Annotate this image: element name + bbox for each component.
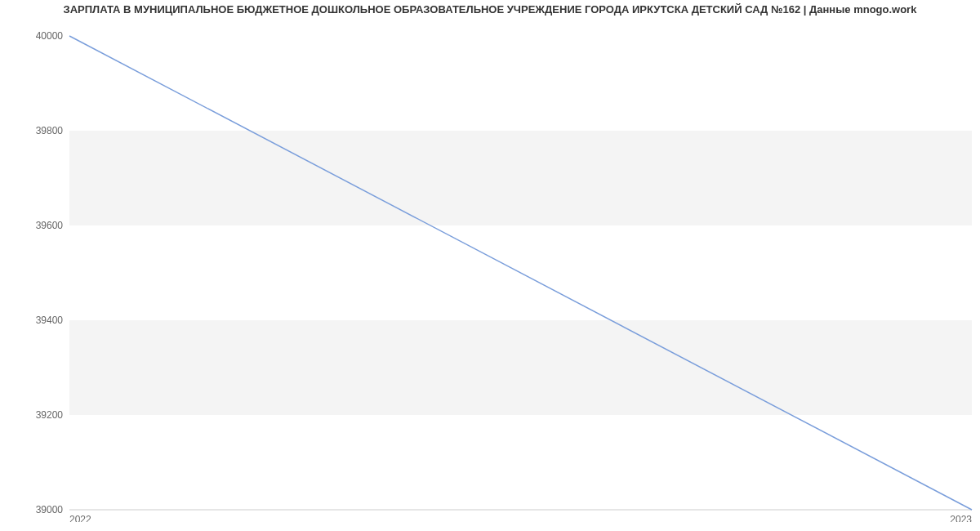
x-tick-label: 2023 — [950, 514, 972, 522]
y-tick-label: 39600 — [36, 220, 64, 231]
chart-area: 39000392003940039600398004000020222023 — [0, 16, 980, 522]
x-tick-label: 2022 — [69, 514, 91, 522]
plot-band — [69, 320, 972, 415]
y-tick-label: 40000 — [36, 30, 64, 42]
y-tick-label: 39400 — [36, 315, 64, 326]
series-line — [69, 36, 972, 510]
y-tick-label: 39200 — [36, 409, 64, 421]
chart-title: ЗАРПЛАТА В МУНИЦИПАЛЬНОЕ БЮДЖЕТНОЕ ДОШКО… — [0, 0, 980, 16]
plot-band — [69, 131, 972, 225]
chart-svg: 39000392003940039600398004000020222023 — [0, 16, 980, 522]
y-tick-label: 39000 — [36, 504, 64, 515]
y-tick-label: 39800 — [36, 125, 64, 136]
